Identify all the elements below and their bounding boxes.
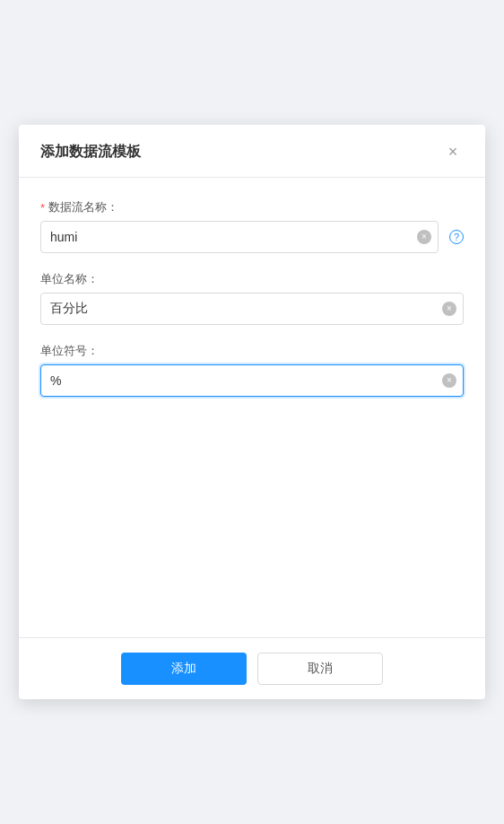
input-row-name: × ? — [40, 221, 464, 253]
cancel-button[interactable]: 取消 — [257, 653, 383, 685]
clear-name-icon[interactable]: × — [417, 230, 431, 244]
input-wrapper-unit-name: × — [40, 293, 464, 325]
form-item-name: * 数据流名称： × ? — [40, 199, 464, 253]
label-unit-name-text: 单位名称： — [40, 271, 99, 287]
input-wrapper-unit-symbol: × — [40, 364, 464, 397]
clear-unit-name-icon[interactable]: × — [442, 302, 456, 316]
label-name-text: 数据流名称： — [48, 199, 118, 215]
label-unit-name: 单位名称： — [40, 271, 464, 287]
form-item-unit-symbol: 单位符号： × — [40, 343, 464, 397]
close-button[interactable]: × — [442, 141, 464, 162]
add-datastream-dialog: 添加数据流模板 × * 数据流名称： × ? 单位名称： — [19, 125, 485, 699]
dialog-footer: 添加 取消 — [19, 637, 485, 699]
form-item-unit-name: 单位名称： × — [40, 271, 464, 325]
clear-unit-symbol-icon[interactable]: × — [442, 373, 456, 388]
input-wrapper-name: × — [40, 221, 439, 253]
unit-name-input[interactable] — [40, 293, 464, 325]
label-unit-symbol-text: 单位符号： — [40, 343, 99, 359]
label-unit-symbol: 单位符号： — [40, 343, 464, 359]
submit-button[interactable]: 添加 — [121, 653, 247, 685]
help-icon[interactable]: ? — [449, 230, 464, 244]
unit-symbol-input[interactable] — [40, 364, 464, 397]
label-name: * 数据流名称： — [40, 199, 464, 215]
name-input[interactable] — [40, 221, 439, 253]
required-star-name: * — [40, 201, 45, 215]
dialog-body: * 数据流名称： × ? 单位名称： × 单位符 — [19, 178, 485, 526]
dialog-title: 添加数据流模板 — [40, 143, 141, 162]
dialog-header: 添加数据流模板 × — [19, 125, 485, 178]
